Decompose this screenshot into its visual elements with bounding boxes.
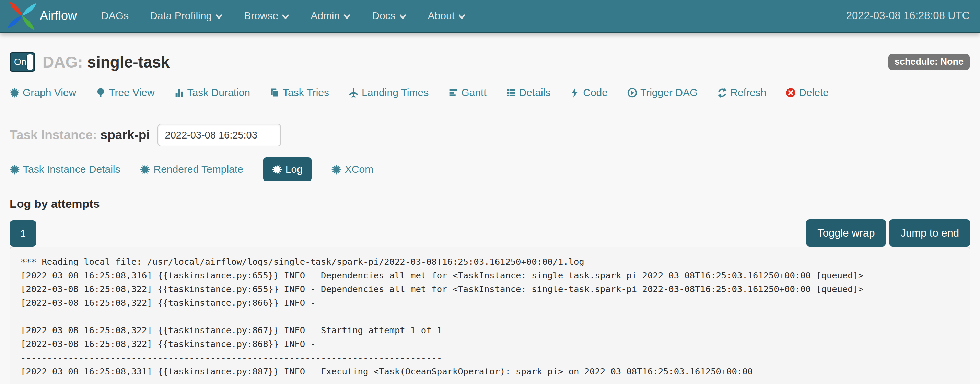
dag-name: single-task — [87, 53, 170, 71]
log-by-attempts-heading: Log by attempts — [10, 197, 970, 211]
list-icon — [506, 88, 516, 98]
tab-details[interactable]: Details — [506, 87, 551, 98]
tab-refresh[interactable]: Refresh — [717, 87, 766, 98]
tab-landing-times[interactable]: Landing Times — [348, 87, 429, 98]
task-instance-tabs: Task Instance Details Rendered Template … — [10, 157, 970, 181]
section-divider — [10, 111, 970, 111]
refresh-icon — [717, 88, 727, 98]
navbar-menu: DAGs Data Profiling Browse Admin Docs Ab… — [91, 0, 476, 32]
chevron-down-icon — [458, 13, 466, 21]
tab-log[interactable]: Log — [263, 157, 312, 181]
tab-task-duration[interactable]: Task Duration — [174, 87, 250, 98]
brand-label: Airflow — [40, 9, 77, 23]
airflow-pinwheel-logo — [6, 0, 38, 32]
tab-tree-view[interactable]: Tree View — [96, 87, 154, 98]
remove-circle-icon — [786, 88, 796, 98]
nav-item-dags[interactable]: DAGs — [91, 0, 139, 32]
log-buttons: Toggle wrap Jump to end — [806, 219, 970, 246]
bolt-icon — [570, 88, 580, 98]
tab-code[interactable]: Code — [570, 87, 608, 98]
dag-view-tabs: Graph View Tree View Task Duration Task … — [10, 87, 970, 98]
certificate-icon — [10, 88, 19, 98]
bar-chart-icon — [174, 88, 184, 98]
chevron-down-icon — [282, 13, 289, 21]
tab-gantt[interactable]: Gantt — [448, 87, 486, 98]
tab-trigger-dag[interactable]: Trigger DAG — [627, 87, 698, 98]
nav-item-browse[interactable]: Browse — [233, 0, 300, 32]
duplicate-icon — [270, 88, 280, 98]
log-panel: *** Reading local file: /usr/local/airfl… — [10, 246, 970, 384]
tab-delete[interactable]: Delete — [786, 87, 829, 98]
page-title: DAG: single-task — [43, 53, 170, 71]
task-instance-heading: Task Instance: spark-pi — [10, 128, 150, 142]
toggle-on-label: On — [11, 57, 26, 68]
tab-xcom[interactable]: XCom — [331, 157, 373, 181]
dag-header: On DAG: single-task schedule: None — [10, 52, 970, 71]
play-circle-icon — [627, 88, 637, 98]
dag-pause-toggle[interactable]: On — [10, 52, 35, 71]
tree-icon — [96, 88, 106, 98]
tab-task-tries[interactable]: Task Tries — [270, 87, 329, 98]
log-text: *** Reading local file: /usr/local/airfl… — [21, 255, 959, 378]
dag-title-prefix: DAG: — [43, 53, 83, 71]
certificate-icon — [331, 165, 341, 175]
nav-item-about[interactable]: About — [417, 0, 476, 32]
task-instance-row: Task Instance: spark-pi — [10, 124, 970, 146]
nav-item-admin[interactable]: Admin — [300, 0, 361, 32]
attempt-1-tab[interactable]: 1 — [10, 221, 37, 246]
plane-icon — [348, 88, 359, 98]
top-navbar: Airflow DAGs Data Profiling Browse Admin… — [0, 0, 980, 33]
align-left-icon — [448, 88, 458, 98]
tab-task-instance-details[interactable]: Task Instance Details — [10, 157, 120, 181]
schedule-badge: schedule: None — [888, 54, 970, 70]
nav-item-data-profiling[interactable]: Data Profiling — [139, 0, 233, 32]
task-instance-name: spark-pi — [100, 128, 150, 142]
chevron-down-icon — [399, 13, 407, 21]
execution-date-input[interactable] — [158, 124, 281, 146]
attempts-row: 1 Toggle wrap Jump to end — [10, 219, 970, 246]
chevron-down-icon — [215, 13, 223, 21]
tab-rendered-template[interactable]: Rendered Template — [140, 157, 243, 181]
certificate-icon — [10, 165, 19, 175]
certificate-icon — [140, 165, 150, 175]
task-instance-label: Task Instance: — [10, 128, 97, 142]
utc-clock: 2022-03-08 16:28:08 UTC — [846, 10, 970, 22]
nav-item-docs[interactable]: Docs — [361, 0, 417, 32]
toggle-knob — [27, 54, 33, 70]
main-content: On DAG: single-task schedule: None Graph… — [0, 52, 980, 384]
certificate-icon — [272, 165, 282, 175]
chevron-down-icon — [343, 13, 351, 21]
toggle-wrap-button[interactable]: Toggle wrap — [806, 219, 886, 246]
airflow-brand[interactable]: Airflow — [6, 0, 77, 32]
tab-graph-view[interactable]: Graph View — [10, 87, 76, 98]
jump-to-end-button[interactable]: Jump to end — [889, 219, 970, 246]
